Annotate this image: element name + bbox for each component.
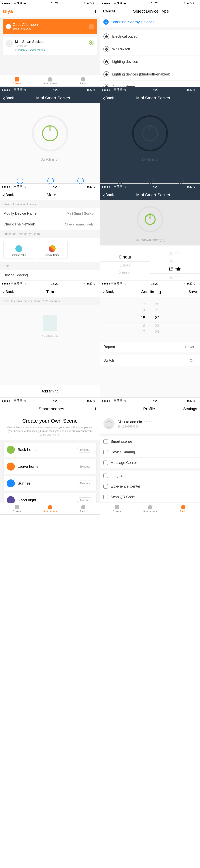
- back-button[interactable]: Back: [103, 193, 114, 197]
- tab-scenes[interactable]: Smart scenes: [33, 503, 67, 515]
- scene-row[interactable]: Leave homeExecute: [3, 459, 97, 474]
- profile-icon: [181, 505, 186, 509]
- chevron-right-icon: ›: [195, 484, 197, 489]
- cancel-button[interactable]: Cancel: [103, 9, 115, 13]
- power-icon[interactable]: ⏻: [89, 40, 94, 45]
- freq-functions[interactable]: Frequently used functions: [15, 49, 87, 52]
- mic-icon[interactable]: [89, 24, 94, 29]
- power-icon: [142, 125, 158, 142]
- tab-devices[interactable]: Devices: [0, 503, 33, 515]
- profile-row[interactable]: Smart scenes›: [100, 436, 200, 447]
- clock: 15:22: [151, 282, 159, 285]
- row-icon: [103, 450, 108, 454]
- tab-scenes[interactable]: Smart scenes: [133, 503, 167, 515]
- logo: tuya: [3, 8, 13, 14]
- nav-icon: ↗: [84, 1, 86, 5]
- profile-row[interactable]: Scan QR Code›: [100, 492, 200, 502]
- power-icon: [42, 125, 58, 142]
- chevron-right-icon: ›: [195, 495, 197, 499]
- more-icon[interactable]: ⋯: [193, 95, 197, 100]
- chevron-right-icon: ›: [195, 474, 197, 478]
- modify-name-row[interactable]: Modify Device NameMini Smart Socket›: [0, 208, 100, 219]
- scene-subtitle: Customize your own personal scenes to su…: [0, 426, 100, 440]
- page-title: Select Device Type: [133, 9, 169, 13]
- device-type-row[interactable]: ⏻Electrical outlet: [100, 30, 200, 43]
- settings-button[interactable]: Settings: [183, 407, 197, 411]
- tab-profile[interactable]: Profile: [167, 503, 200, 515]
- page-title: Mini Smart Socket: [36, 95, 70, 100]
- clock: 15:22: [151, 185, 159, 188]
- execute-button[interactable]: Execute: [77, 464, 93, 469]
- type-icon: ⏻: [103, 71, 109, 77]
- chevron-right-icon: ›: [195, 345, 197, 349]
- countdown-icon: [147, 178, 154, 184]
- more-icon[interactable]: ⋯: [193, 192, 197, 197]
- profile-row[interactable]: Message Center›: [100, 458, 200, 468]
- clock: 15:22: [51, 88, 59, 92]
- status-bar: ●●●●●中国移动⇆ 15:22 ↗◉27%▢: [0, 87, 100, 93]
- device-type-row[interactable]: ⏻Lighting devices: [100, 56, 200, 68]
- device-type-row[interactable]: ⏻Lighting devices (bluetooth-enabled): [100, 68, 200, 81]
- battery: 27%: [90, 1, 95, 5]
- google-box[interactable]: Google Home: [37, 241, 67, 259]
- scene-icon: [7, 479, 15, 487]
- add-icon[interactable]: +: [94, 406, 97, 412]
- add-icon[interactable]: +: [94, 8, 97, 14]
- back-button[interactable]: Back: [3, 289, 14, 294]
- back-button[interactable]: Back: [103, 96, 114, 100]
- clock: 15:21: [51, 1, 59, 5]
- check-network-row[interactable]: Check The NetworkCheck immediately.›: [0, 219, 100, 230]
- screen-profile: ●●●●●中国移动⇆ 15:22 ↗◉27%▢ Profile Settings…: [100, 398, 200, 515]
- scene-row[interactable]: SunriseExecute: [3, 476, 97, 491]
- tab-profile[interactable]: Profile: [67, 503, 100, 515]
- nav: Back Add timing Save: [100, 286, 200, 297]
- device-card[interactable]: Mini Smart Socket› Turned Off Frequently…: [3, 37, 97, 55]
- execute-button[interactable]: Execute: [77, 497, 93, 503]
- type-icon: ⏻: [103, 33, 109, 39]
- alexa-box[interactable]: amazon echo: [3, 241, 34, 259]
- chevron-right-icon: ›: [195, 450, 197, 454]
- tab-profile[interactable]: Profile: [67, 75, 100, 87]
- timer-icon: [177, 178, 184, 184]
- row-icon: [103, 439, 108, 444]
- back-button[interactable]: Back: [3, 193, 14, 197]
- timer-icon: [77, 178, 84, 184]
- add-timing-button[interactable]: Add timing: [0, 385, 100, 398]
- row-icon: [103, 461, 108, 465]
- scanning-row[interactable]: ⌵Scanning Nearby Devices ...: [100, 17, 200, 27]
- scenes-icon: [148, 505, 152, 509]
- switch-row[interactable]: SwitchOn›: [100, 355, 200, 366]
- row-icon: [103, 484, 108, 489]
- home-nav: tuya +: [0, 6, 100, 17]
- nav: Back Mini Smart Socket ⋯: [100, 189, 200, 200]
- back-button[interactable]: Back: [103, 289, 114, 294]
- back-button[interactable]: Back: [3, 96, 14, 100]
- weather-card[interactable]: Good Afternoon深圳市 多云 26℃: [3, 19, 97, 34]
- device-type-row[interactable]: ⏻Wall switch: [100, 43, 200, 56]
- profile-row[interactable]: Experience Center›: [100, 481, 200, 492]
- profile-row[interactable]: Integration›: [100, 470, 200, 481]
- execute-button[interactable]: Execute: [77, 480, 93, 486]
- more-icon[interactable]: ⋯: [93, 95, 97, 100]
- power-button[interactable]: [132, 115, 168, 151]
- screen-timer: ●●●●●中国移动⇆ 15:22 ↗◉27%▢ Back Timer Timer…: [0, 281, 100, 398]
- nav: Profile Settings: [100, 403, 200, 414]
- option-row[interactable]: Device Sharing›: [0, 270, 100, 281]
- screen-select-type: ●●●●●中国移动⇆ 15:23 ↗◉27%▢ Cancel Select De…: [100, 0, 200, 87]
- repeat-row[interactable]: RepeatNever›: [100, 342, 200, 352]
- switch-status: Switch is on: [0, 157, 100, 162]
- profile-header[interactable]: ◯ Click to add nickname86-13802579690 ›: [100, 414, 200, 434]
- tab-scenes[interactable]: Smart scenes: [33, 75, 67, 87]
- tab-devices[interactable]: Devices: [100, 503, 133, 515]
- save-button[interactable]: Save: [189, 289, 197, 294]
- time-picker[interactable]: 0 hour1 hour2 hours13 min14 min15 min16 …: [100, 246, 200, 283]
- scene-row[interactable]: Back homeExecute: [3, 442, 97, 457]
- phone: 86-13802579690: [118, 425, 153, 428]
- time-picker[interactable]: 1320 1421 1522 1623 1724: [100, 297, 200, 339]
- profile-row[interactable]: Device Sharing›: [100, 447, 200, 458]
- execute-button[interactable]: Execute: [77, 447, 93, 453]
- tab-devices[interactable]: Devices: [0, 75, 33, 87]
- screen-more: ●●●●●中国移动⇆ 15:22 ↗◉27%▢ Back More Basic …: [0, 184, 100, 281]
- scene-icon: [7, 463, 15, 470]
- power-button[interactable]: [32, 115, 68, 151]
